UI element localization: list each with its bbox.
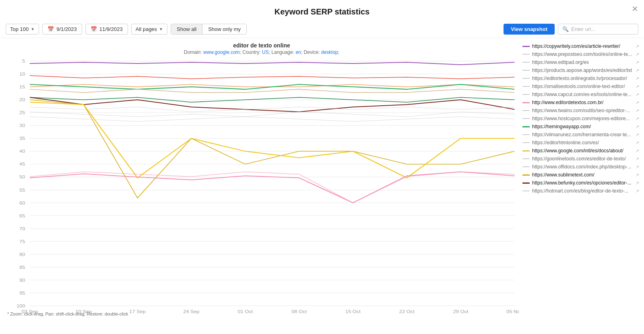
svg-text:10: 10	[19, 72, 25, 77]
legend-item[interactable]: https://editorhtmlonline.com/es/↗	[522, 139, 640, 147]
legend-item[interactable]: https://www.befunky.com/es/opciones/edit…	[522, 179, 640, 187]
date-end-button[interactable]: 📅 11/9/2023	[85, 24, 128, 35]
external-link-icon[interactable]: ↗	[636, 44, 639, 49]
legend-item[interactable]: https://www.offidocs.com/index.php/deskt…	[522, 163, 640, 171]
legend-item[interactable]: https://www.capcut.com/es-es/tools/onlin…	[522, 90, 640, 98]
calendar-icon-2: 📅	[91, 26, 97, 32]
legend-item[interactable]: https://www.hostcupon.com/mejores-editor…	[522, 115, 640, 123]
external-link-icon[interactable]: ↗	[636, 148, 639, 154]
legend-url: https://www.befunky.com/es/opciones/edit…	[532, 180, 632, 186]
external-link-icon[interactable]: ↗	[636, 132, 639, 137]
legend-item[interactable]: https://hotmart.com/es/blog/editor-de-te…	[522, 187, 640, 195]
date-start-label: 9/1/2023	[56, 26, 77, 32]
calendar-icon: 📅	[47, 26, 54, 32]
legend-url: https://www.editpad.org/es	[532, 59, 632, 65]
pages-filter-dropdown[interactable]: All pages ▼	[131, 24, 167, 35]
svg-text:15 Oct: 15 Oct	[345, 309, 361, 314]
legend-item[interactable]: https://www.google.com/intl/es/docs/abou…	[522, 147, 640, 155]
external-link-icon[interactable]: ↗	[636, 68, 639, 73]
legend-item[interactable]: https://editortexto.onlinegratis.tv/proc…	[522, 74, 640, 82]
show-all-button[interactable]: Show all	[171, 24, 202, 34]
legend-line-color	[522, 158, 530, 159]
external-link-icon[interactable]: ↗	[636, 124, 639, 129]
legend-url: https://www.prepostseo.com/tool/es/onlin…	[532, 51, 632, 57]
chart-subtitle: Domain: www.google.com; Country: US; Lan…	[4, 49, 519, 55]
external-link-icon[interactable]: ↗	[636, 60, 639, 65]
external-link-icon[interactable]: ↗	[636, 180, 639, 186]
svg-text:40: 40	[19, 149, 25, 154]
legend-line-color	[522, 150, 530, 152]
serp-chart[interactable]: .grid-line { stroke: #e8e8e8; stroke-wid…	[4, 57, 519, 315]
top-filter-label: Top 100	[10, 26, 29, 32]
legend-item[interactable]: https://www.prepostseo.com/tool/es/onlin…	[522, 50, 640, 58]
svg-text:20: 20	[19, 97, 25, 102]
date-start-button[interactable]: 📅 9/1/2023	[42, 24, 82, 35]
chart-language: en	[295, 49, 301, 55]
url-search-container[interactable]: 🔍	[558, 24, 638, 35]
main-content: editor de texto online Domain: www.googl…	[0, 38, 644, 328]
external-link-icon[interactable]: ↗	[636, 140, 639, 145]
svg-text:85: 85	[19, 265, 25, 270]
legend-line-color	[522, 54, 530, 55]
toolbar-left: Top 100 ▼ 📅 9/1/2023 📅 11/9/2023 All pag…	[6, 24, 500, 35]
legend-url: https://hemingwayapp.com/	[532, 124, 632, 129]
chart-keyword-title: editor de texto online	[4, 42, 519, 49]
legend-line-color	[522, 94, 530, 95]
legend-line-color	[522, 110, 530, 111]
external-link-icon[interactable]: ↗	[636, 76, 639, 81]
legend-item[interactable]: https://goonlinetools.com/es/editor-de-t…	[522, 155, 640, 163]
legend-url: https://www.google.com/intl/es/docs/abou…	[532, 148, 632, 154]
legend-item[interactable]: https://hemingwayapp.com/↗	[522, 123, 640, 131]
top-filter-dropdown[interactable]: Top 100 ▼	[6, 24, 39, 35]
external-link-icon[interactable]: ↗	[636, 116, 639, 121]
svg-text:5: 5	[22, 59, 25, 64]
legend-item[interactable]: https://www.twaino.com/outils/seo-sp/edi…	[522, 107, 640, 115]
external-link-icon[interactable]: ↗	[636, 164, 639, 170]
svg-text:100: 100	[17, 303, 25, 309]
chart-wrapper: .grid-line { stroke: #e8e8e8; stroke-wid…	[4, 57, 519, 315]
svg-text:80: 80	[19, 252, 25, 257]
legend-item[interactable]: https://www.sublimetext.com/↗	[522, 171, 640, 179]
svg-text:50: 50	[19, 174, 25, 180]
toolbar-right: View snapshot 🔍	[504, 24, 638, 35]
svg-text:01 Oct: 01 Oct	[237, 309, 253, 314]
legend-item[interactable]: https://smallseotools.com/online-text-ed…	[522, 82, 640, 90]
close-button[interactable]: ✕	[632, 4, 638, 14]
legend-url: https://products.aspose.app/words/es/edi…	[532, 68, 632, 73]
legend-url: https://vilmanunez.com/herramienta-crear…	[532, 132, 632, 137]
legend-item[interactable]: http://www.editordetextos.com.br/↗	[522, 98, 640, 107]
external-link-icon[interactable]: ↗	[636, 189, 639, 194]
svg-text:55: 55	[19, 187, 25, 193]
legend-item[interactable]: https://products.aspose.app/words/es/edi…	[522, 66, 640, 74]
external-link-icon[interactable]: ↗	[636, 156, 639, 162]
svg-text:24 Sep: 24 Sep	[183, 309, 200, 314]
external-link-icon[interactable]: ↗	[636, 108, 639, 113]
chevron-down-icon: ▼	[31, 27, 35, 31]
view-snapshot-button[interactable]: View snapshot	[504, 24, 555, 35]
url-search-input[interactable]	[571, 26, 636, 32]
legend-url: https://hotmart.com/es/blog/editor-de-te…	[532, 188, 632, 194]
chart-country: US	[262, 49, 269, 55]
legend-url: http://www.editordetextos.com.br/	[532, 100, 632, 105]
legend-line-color	[522, 102, 530, 103]
external-link-icon[interactable]: ↗	[636, 84, 639, 89]
external-link-icon[interactable]: ↗	[636, 100, 639, 105]
legend-url: https://www.hostcupon.com/mejores-editor…	[532, 116, 632, 121]
external-link-icon[interactable]: ↗	[636, 92, 639, 97]
legend-url: https://smallseotools.com/online-text-ed…	[532, 84, 632, 89]
legend-item[interactable]: https://vilmanunez.com/herramienta-crear…	[522, 131, 640, 139]
svg-text:17 Sep: 17 Sep	[129, 309, 146, 314]
svg-text:30: 30	[19, 123, 25, 128]
zoom-hint: * Zoom: click-drag, Pan: shift-click-dra…	[7, 311, 128, 316]
pages-filter-label: All pages	[136, 26, 157, 32]
legend-item[interactable]: https://www.editpad.org/es↗	[522, 58, 640, 66]
external-link-icon[interactable]: ↗	[636, 172, 639, 178]
legend-item[interactable]: https://copywritely.com/es/article-rewri…	[522, 42, 640, 50]
svg-text:22 Oct: 22 Oct	[399, 309, 415, 314]
legend-url: https://goonlinetools.com/es/editor-de-t…	[532, 156, 632, 162]
external-link-icon[interactable]: ↗	[636, 52, 639, 57]
chart-area: editor de texto online Domain: www.googl…	[0, 38, 519, 328]
show-only-my-button[interactable]: Show only my	[202, 24, 246, 34]
page-container: ✕ Keyword SERP statistics Top 100 ▼ 📅 9/…	[0, 0, 644, 334]
chart-device: desktop	[321, 49, 338, 55]
